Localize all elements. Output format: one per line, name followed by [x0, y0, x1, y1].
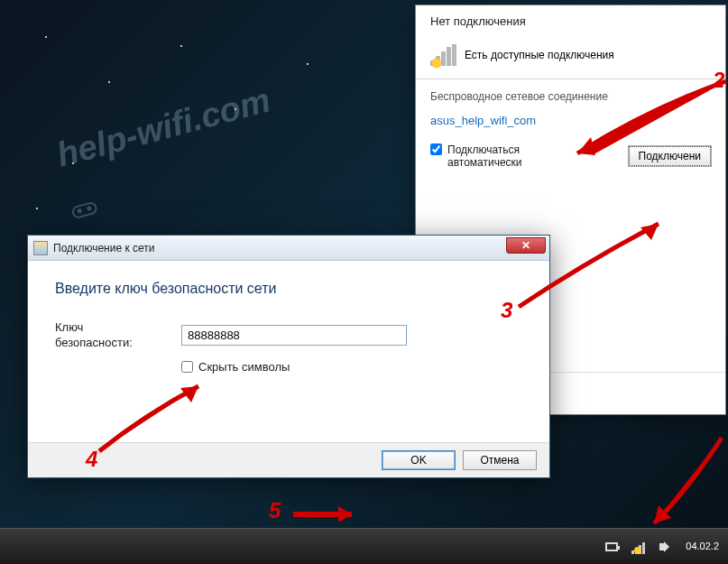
- flyout-title: Нет подключения: [430, 14, 711, 28]
- connect-dialog: Подключение к сети ✕ Введите ключ безопа…: [27, 235, 550, 478]
- status-text: Есть доступные подключения: [465, 49, 614, 61]
- security-key-label: Ключ безопасности:: [55, 320, 181, 351]
- close-button[interactable]: ✕: [506, 237, 546, 254]
- tray-clock[interactable]: 04.02.2: [686, 541, 719, 552]
- tray-volume-icon[interactable]: [659, 540, 673, 554]
- tray-power-icon[interactable]: [604, 540, 619, 554]
- dialog-titlebar[interactable]: Подключение к сети ✕: [28, 236, 549, 261]
- wifi-network-item[interactable]: asus_help_wifi_com: [416, 106, 725, 134]
- cancel-button[interactable]: Отмена: [463, 450, 537, 470]
- connect-button[interactable]: Подключени: [629, 146, 711, 166]
- security-key-input[interactable]: [181, 325, 407, 346]
- tray-network-icon[interactable]: [631, 540, 646, 554]
- dialog-icon: [33, 241, 48, 255]
- section-label: Беспроводное сетевое соединение: [416, 79, 725, 106]
- auto-connect-label: Подключаться автоматически: [447, 143, 522, 170]
- dialog-heading: Введите ключ безопасности сети: [55, 281, 522, 297]
- dialog-title: Подключение к сети: [53, 242, 154, 254]
- auto-connect-checkbox[interactable]: [430, 143, 442, 155]
- hide-chars-label: Скрыть символы: [198, 360, 290, 374]
- taskbar: 04.02.2: [0, 528, 728, 564]
- ok-button[interactable]: OK: [382, 450, 456, 470]
- hide-chars-checkbox[interactable]: [181, 361, 193, 373]
- signal-icon: [430, 44, 456, 66]
